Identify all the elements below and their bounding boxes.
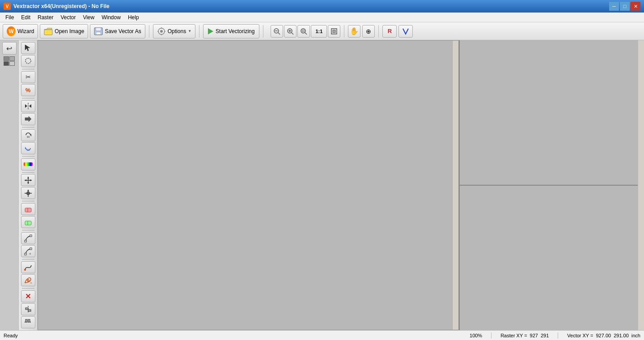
- svg-rect-46: [25, 221, 31, 225]
- svg-point-6: [160, 30, 163, 33]
- status-bar: Ready 100% Raster XY = 927 291 Vector XY…: [0, 330, 644, 340]
- svg-point-54: [27, 280, 29, 281]
- status-raster-section: Raster XY = 927 291: [500, 333, 549, 338]
- window-title: Vextractor x64(Unregistered) - No File: [13, 3, 110, 9]
- rotate-cw-button[interactable]: 90: [21, 129, 35, 141]
- svg-rect-61: [28, 319, 30, 322]
- svg-marker-39: [30, 179, 32, 181]
- canvas-vscrollbar[interactable]: [452, 41, 458, 330]
- play-icon: [208, 28, 213, 34]
- color-cell[interactable]: [9, 61, 15, 66]
- start-vectorizing-button[interactable]: Start Vectorizing: [203, 24, 259, 38]
- vector-x-val: 927.00: [596, 333, 611, 338]
- rotate-ccw-button[interactable]: 90: [21, 142, 35, 154]
- menu-help[interactable]: Help: [124, 13, 143, 22]
- title-bar-controls[interactable]: ─ □ ✕: [609, 2, 640, 11]
- freehand-tool-button[interactable]: +: [21, 274, 35, 286]
- svg-text:+: +: [30, 281, 32, 285]
- vector-view-button[interactable]: [398, 25, 413, 38]
- svg-rect-4: [96, 32, 101, 34]
- eraser2-tool-button[interactable]: [21, 216, 35, 228]
- color-cell[interactable]: [4, 56, 9, 61]
- raster-x-val: 927: [530, 333, 538, 338]
- minimize-button[interactable]: ─: [609, 2, 619, 11]
- status-divider-1: [491, 332, 491, 339]
- zoom-select-button[interactable]: [297, 25, 310, 38]
- separator-1: [149, 25, 149, 38]
- status-vector-section: Vector XY = 927.00 291.00 inch: [567, 333, 640, 338]
- svg-line-12: [278, 33, 280, 34]
- raster-y-val: 291: [541, 333, 549, 338]
- gradient-tool-button[interactable]: [21, 158, 35, 170]
- maximize-button[interactable]: □: [620, 2, 630, 11]
- scissors-tool-button[interactable]: ✂: [21, 71, 35, 83]
- align-h-button[interactable]: [21, 316, 35, 328]
- zoom-in-button[interactable]: [284, 25, 297, 38]
- menu-edit[interactable]: Edit: [17, 13, 34, 22]
- separator-3: [263, 25, 263, 38]
- right-scrollbar[interactable]: [638, 40, 644, 330]
- menu-file[interactable]: File: [2, 13, 17, 22]
- flip-button[interactable]: [21, 113, 35, 125]
- raster-preview-panel: [460, 40, 638, 186]
- svg-marker-27: [29, 104, 31, 108]
- percent-tool-button[interactable]: %: [21, 84, 35, 96]
- lasso-tool-button[interactable]: [21, 55, 35, 67]
- app-icon: V: [4, 3, 11, 10]
- open-image-button[interactable]: Open Image: [40, 24, 88, 38]
- options-button[interactable]: Options ▼: [153, 24, 195, 38]
- node-tool-button[interactable]: [21, 232, 35, 244]
- main-layout: ↩ ✂ %: [0, 40, 644, 330]
- zoom-fit-button[interactable]: [328, 25, 340, 38]
- tool-separator-8: [22, 259, 34, 259]
- svg-marker-1: [44, 28, 52, 30]
- menu-bar: File Edit Raster Vector View Window Help: [0, 13, 644, 22]
- separator-2: [199, 25, 199, 38]
- crosshair-tool-button[interactable]: ⊕: [362, 25, 375, 38]
- eraser-tool-button[interactable]: [21, 203, 35, 215]
- move-tool-button[interactable]: [21, 174, 35, 186]
- svg-rect-48: [25, 240, 26, 242]
- menu-window[interactable]: Window: [98, 13, 124, 22]
- mirror-h-button[interactable]: [21, 100, 35, 112]
- hand-tool-button[interactable]: ✋: [348, 25, 360, 38]
- title-bar-left: V Vextractor x64(Unregistered) - No File: [4, 3, 110, 10]
- color-cell[interactable]: [9, 56, 15, 61]
- tool-separator-6: [22, 201, 34, 201]
- tool-separator-4: [22, 156, 34, 157]
- tool-separator-7: [22, 230, 34, 230]
- snap-tool-button[interactable]: [21, 187, 35, 199]
- svg-marker-23: [25, 45, 30, 51]
- curve-tool-button[interactable]: [21, 261, 35, 273]
- delete-tool-button[interactable]: ✕: [21, 290, 35, 302]
- close-button[interactable]: ✕: [631, 2, 640, 11]
- menu-raster[interactable]: Raster: [34, 13, 57, 22]
- raster-xy-label: Raster XY =: [500, 333, 527, 338]
- color-cell[interactable]: [4, 61, 9, 66]
- node-add-tool-button[interactable]: +: [21, 245, 35, 257]
- select-tool-button[interactable]: [21, 42, 35, 54]
- menu-vector[interactable]: Vector: [57, 13, 79, 22]
- left-toolbar: ✂ % 90 90: [19, 40, 38, 330]
- svg-point-24: [25, 58, 31, 64]
- separator-5: [378, 25, 379, 38]
- zoom-level-text: 100%: [470, 333, 482, 338]
- options-dropdown-arrow: ▼: [188, 29, 191, 33]
- main-canvas[interactable]: [38, 40, 459, 330]
- options-label: Options: [168, 28, 186, 34]
- undo-button[interactable]: ↩: [2, 42, 17, 55]
- save-vector-button[interactable]: Save Vector As: [90, 24, 145, 38]
- separator-4: [344, 25, 344, 38]
- wizard-logo: W: [7, 26, 16, 36]
- zoom-out-button[interactable]: [271, 25, 283, 38]
- svg-rect-33: [24, 162, 33, 166]
- menu-view[interactable]: View: [79, 13, 98, 22]
- wizard-button[interactable]: W Wizard: [3, 24, 38, 38]
- align-v-button[interactable]: [21, 303, 35, 315]
- vector-xy-label: Vector XY =: [567, 333, 593, 338]
- raster-view-button[interactable]: R: [382, 25, 397, 38]
- zoom-1to1-button[interactable]: 1:1: [311, 25, 327, 38]
- svg-marker-38: [25, 179, 26, 181]
- svg-marker-36: [27, 177, 29, 178]
- svg-marker-28: [25, 116, 31, 122]
